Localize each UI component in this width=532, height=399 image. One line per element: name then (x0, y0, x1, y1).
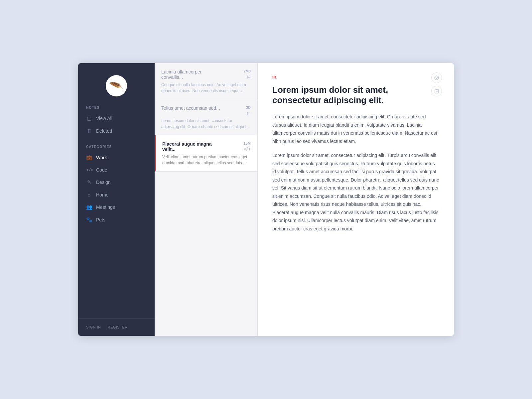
sidebar-nav: NOTES ▢ View All 🗑 Deleted (78, 106, 155, 142)
note-time-1: 2M0 (244, 69, 251, 73)
check-button[interactable] (431, 72, 442, 83)
note-tag-icon-2: 🏷 (246, 111, 251, 116)
note-item-2[interactable]: Tellus amet accumsan sed... 3D 🏷 Lorem i… (155, 99, 257, 135)
view-all-label: View All (96, 116, 112, 121)
sidebar-item-design[interactable]: ✎ Design (78, 176, 155, 189)
sidebar-item-code[interactable]: </> Code (78, 164, 155, 176)
feather-icon: 🪶 (109, 79, 124, 93)
note-item-1[interactable]: Lacinia ullamcorper convallis... 2M0 🏷 C… (155, 63, 257, 99)
sidebar-footer: SIGN IN REGISTER (78, 318, 155, 336)
svg-point-0 (435, 76, 439, 80)
sidebar-item-meetings[interactable]: 👥 Meetings (78, 201, 155, 213)
note-preview-1: Congue sit nulla faucibus odio. Ac vel e… (161, 82, 251, 94)
home-label: Home (96, 192, 108, 198)
view-all-icon: ▢ (86, 115, 92, 121)
note-meta-3: 15M </> (243, 141, 251, 151)
note-time-2: 3D (246, 105, 251, 109)
note-item-3-header: Placerat augue magna velit... 15M </> (162, 141, 251, 152)
logo-circle: 🪶 (106, 75, 127, 96)
note-item-2-header: Tellus amet accumsan sed... 3D 🏷 (161, 105, 251, 116)
sidebar-item-deleted[interactable]: 🗑 Deleted (78, 125, 155, 137)
note-preview-2: Lorem ipsum dolor sit amet, consectetur … (161, 118, 251, 130)
design-label: Design (96, 180, 111, 185)
work-icon: 💼 (86, 155, 92, 161)
note-meta-1: 2M0 🏷 (244, 69, 251, 79)
note-title-2: Tellus amet accumsan sed... (161, 105, 220, 111)
note-meta-2: 3D 🏷 (246, 105, 251, 116)
pets-label: Pets (96, 217, 105, 222)
note-tag-icon-1: 🏷 (246, 74, 251, 79)
h1-badge: H1 (272, 75, 439, 79)
notes-label: NOTES (78, 106, 155, 112)
home-icon: ⌂ (86, 192, 92, 198)
sidebar-categories: CATEGORIES 💼 Work </> Code ✎ Design ⌂ Ho… (78, 142, 155, 318)
sidebar-item-pets[interactable]: 🐾 Pets (78, 213, 155, 226)
editor-title: Lorem ipsum dolor sit amet, consectetur … (272, 85, 439, 105)
editor-paragraph-2: Lorem ipsum dolor sit amet, consectetur … (272, 151, 439, 233)
register-link[interactable]: REGISTER (107, 325, 127, 329)
delete-button[interactable] (431, 86, 442, 96)
sidebar-item-work[interactable]: 💼 Work (78, 151, 155, 164)
notes-list: Lacinia ullamcorper convallis... 2M0 🏷 C… (155, 63, 258, 336)
code-label: Code (96, 167, 107, 173)
svg-rect-1 (435, 90, 439, 93)
sidebar: 🪶 NOTES ▢ View All 🗑 Deleted CATEGORIES … (78, 63, 155, 336)
design-icon: ✎ (86, 179, 92, 185)
app-container: 🪶 NOTES ▢ View All 🗑 Deleted CATEGORIES … (78, 63, 454, 336)
note-editor: H1 Lorem ipsum dolor sit amet, consectet… (258, 63, 454, 336)
categories-label: CATEGORIES (78, 145, 155, 151)
logo-area: 🪶 (78, 63, 155, 106)
note-title-1: Lacinia ullamcorper convallis... (161, 69, 224, 80)
sidebar-item-view-all[interactable]: ▢ View All (78, 112, 155, 125)
note-item-3[interactable]: Placerat augue magna velit... 15M </> Ve… (155, 135, 257, 172)
note-preview-3: Velit vitae, amet rutrum pretium auctor … (162, 154, 251, 166)
editor-body[interactable]: Lorem ipsum dolor sit amet, consectetur … (272, 113, 439, 233)
note-title-3: Placerat augue magna velit... (162, 141, 225, 152)
note-time-3: 15M (244, 141, 251, 145)
deleted-label: Deleted (96, 128, 112, 134)
sign-in-link[interactable]: SIGN IN (86, 325, 101, 329)
note-code-icon-3: </> (243, 147, 251, 151)
editor-toolbar (431, 72, 442, 96)
note-item-1-header: Lacinia ullamcorper convallis... 2M0 🏷 (161, 69, 251, 80)
meetings-icon: 👥 (86, 204, 92, 210)
meetings-label: Meetings (96, 204, 115, 210)
editor-paragraph-1: Lorem ipsum dolor sit amet, consectetur … (272, 113, 439, 145)
work-label: Work (96, 155, 107, 160)
sidebar-item-home[interactable]: ⌂ Home (78, 189, 155, 201)
deleted-icon: 🗑 (86, 128, 92, 134)
pets-icon: 🐾 (86, 217, 92, 223)
code-icon: </> (86, 168, 92, 172)
